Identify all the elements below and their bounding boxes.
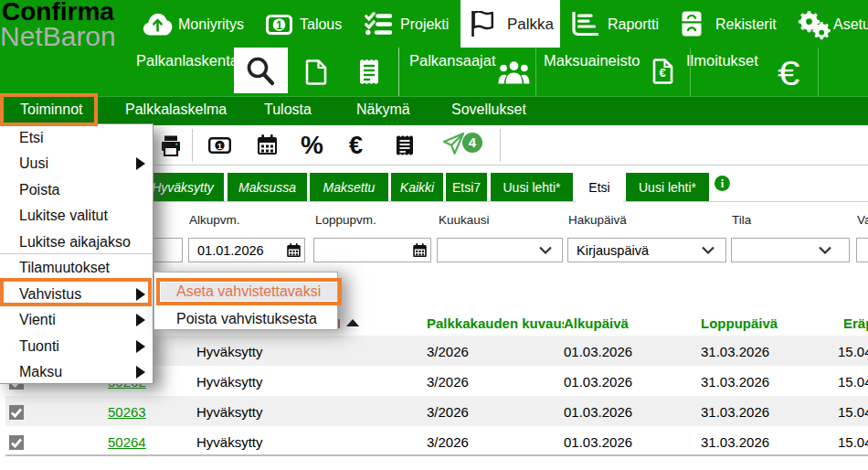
svg-text:1: 1: [217, 141, 223, 151]
svg-text:1: 1: [276, 18, 282, 32]
svg-text:€: €: [659, 66, 665, 80]
